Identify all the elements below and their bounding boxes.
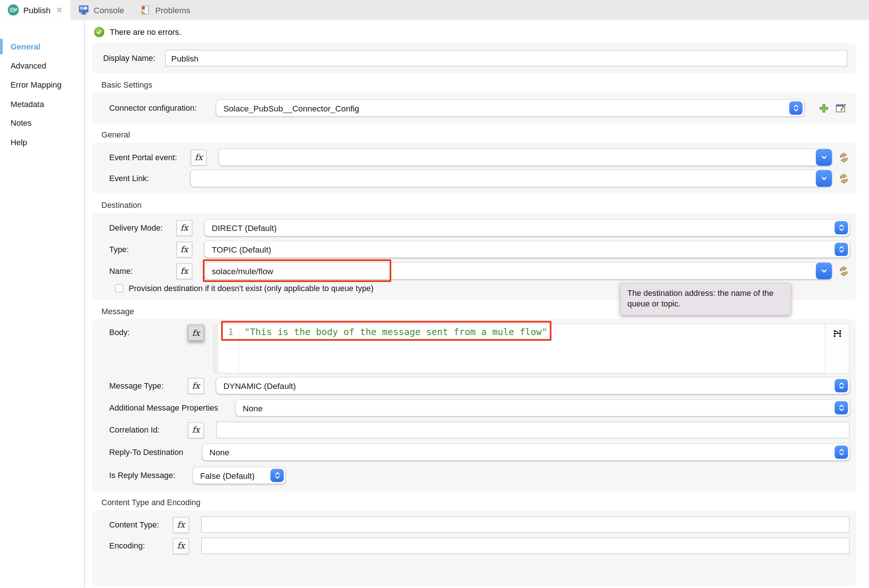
delivery-mode-label: Delivery Mode: bbox=[109, 223, 176, 232]
validation-status: There are no errors. bbox=[94, 27, 856, 37]
tab-console[interactable]: Console bbox=[70, 0, 132, 20]
fx-toggle-type[interactable]: fx bbox=[176, 241, 193, 257]
event-portal-event-label: Event Portal event: bbox=[109, 153, 191, 161]
encoding-input[interactable] bbox=[201, 538, 850, 554]
delivery-mode-select[interactable]: DIRECT (Default) bbox=[205, 219, 850, 236]
message-type-value: DYNAMIC (Default) bbox=[223, 381, 296, 390]
message-type-select[interactable]: DYNAMIC (Default) bbox=[216, 377, 850, 394]
sidebar-item-general[interactable]: General bbox=[0, 37, 85, 56]
content-type-panel: Content Type: fx Encoding: fx bbox=[92, 510, 856, 586]
event-link-combobox[interactable] bbox=[191, 170, 832, 187]
encoding-label: Encoding: bbox=[109, 541, 173, 550]
tab-problems[interactable]: Problems bbox=[132, 0, 198, 20]
stepper-icon[interactable] bbox=[835, 401, 848, 414]
tab-bar: Publish ✕ Console Problems bbox=[0, 0, 869, 20]
fx-toggle-name[interactable]: fx bbox=[176, 263, 193, 279]
tab-console-label: Console bbox=[93, 5, 124, 15]
chevron-down-icon[interactable] bbox=[816, 170, 832, 187]
tooltip: The destination address: the name of the… bbox=[620, 283, 791, 315]
editor-code-line[interactable]: "This is the body of the message sent fr… bbox=[239, 324, 825, 373]
section-general: General bbox=[102, 130, 857, 139]
correlation-id-label: Correlation Id: bbox=[109, 426, 188, 434]
edit-config-button[interactable] bbox=[836, 103, 847, 113]
stepper-icon[interactable] bbox=[789, 102, 802, 115]
is-reply-label: Is Reply Message: bbox=[109, 471, 193, 480]
section-destination: Destination bbox=[102, 200, 857, 209]
close-tab-icon[interactable]: ✕ bbox=[56, 6, 63, 14]
tab-problems-label: Problems bbox=[155, 5, 190, 15]
additional-properties-select[interactable]: None bbox=[236, 400, 850, 416]
fx-toggle-event-portal[interactable]: fx bbox=[191, 149, 207, 165]
no-errors-check-icon bbox=[94, 27, 104, 37]
tab-publish-label: Publish bbox=[23, 5, 50, 15]
additional-properties-value: None bbox=[243, 403, 262, 413]
sidebar-item-metadata[interactable]: Metadata bbox=[0, 95, 85, 114]
is-reply-select[interactable]: False (Default) bbox=[193, 467, 285, 484]
refresh-icon[interactable] bbox=[838, 152, 850, 163]
reply-to-select[interactable]: None bbox=[202, 444, 850, 461]
display-name-label: Display Name: bbox=[103, 54, 165, 63]
chevron-down-icon[interactable] bbox=[816, 149, 832, 166]
additional-properties-label: Additional Message Properties bbox=[109, 403, 236, 412]
chevron-down-icon[interactable] bbox=[816, 262, 832, 279]
refresh-icon[interactable] bbox=[838, 173, 850, 184]
delivery-mode-value: DIRECT (Default) bbox=[212, 223, 276, 233]
transform-shuffle-icon[interactable] bbox=[833, 329, 841, 338]
content-type-label: Content Type: bbox=[109, 520, 173, 529]
fx-toggle-message-type[interactable]: fx bbox=[188, 378, 204, 394]
editor-gutter bbox=[214, 324, 218, 373]
fx-toggle-delivery-mode[interactable]: fx bbox=[176, 219, 193, 236]
message-type-label: Message Type: bbox=[109, 381, 188, 390]
console-icon bbox=[78, 5, 89, 15]
fx-toggle-correlation-id[interactable]: fx bbox=[188, 422, 204, 438]
type-select[interactable]: TOPIC (Default) bbox=[205, 241, 850, 258]
reply-to-label: Reply-To Destination bbox=[109, 447, 202, 456]
sidebar-item-notes[interactable]: Notes bbox=[0, 114, 85, 133]
event-link-label: Event Link: bbox=[109, 174, 191, 183]
type-label: Type: bbox=[109, 245, 176, 254]
basic-settings-panel: Connector configuration: Solace_PubSub__… bbox=[92, 92, 856, 123]
is-reply-value: False (Default) bbox=[200, 471, 255, 480]
fx-toggle-body[interactable]: fx bbox=[188, 325, 204, 341]
general-panel: Event Portal event: fx Event Link: bbox=[92, 142, 856, 194]
message-panel: Body: fx 1 "This is the body of the mess… bbox=[92, 319, 856, 492]
destination-name-value: solace/mule/flow bbox=[212, 266, 273, 275]
sidebar-item-help[interactable]: Help bbox=[0, 133, 85, 152]
content-type-input[interactable] bbox=[201, 517, 850, 533]
body-code-editor[interactable]: 1 "This is the body of the message sent … bbox=[214, 324, 850, 373]
stepper-icon[interactable] bbox=[271, 469, 284, 482]
section-content-type-encoding: Content Type and Encoding bbox=[102, 498, 857, 507]
reply-to-value: None bbox=[209, 447, 229, 457]
app-window: Publish ✕ Console Problems General Advan… bbox=[0, 0, 869, 588]
refresh-icon[interactable] bbox=[838, 266, 850, 276]
correlation-id-input[interactable] bbox=[216, 422, 850, 438]
settings-nav: General Advanced Error Mapping Metadata … bbox=[0, 20, 85, 588]
stepper-icon[interactable] bbox=[835, 243, 848, 256]
display-name-input[interactable] bbox=[165, 50, 847, 67]
add-config-button[interactable] bbox=[819, 104, 829, 113]
destination-name-label: Name: bbox=[109, 267, 176, 275]
fx-toggle-encoding[interactable]: fx bbox=[173, 538, 189, 554]
provision-destination-label: Provision destination if it doesn't exis… bbox=[129, 284, 374, 293]
stepper-icon[interactable] bbox=[835, 221, 848, 234]
editor-line-number: 1 bbox=[218, 324, 239, 373]
connector-config-label: Connector configuration: bbox=[109, 104, 217, 113]
section-basic-settings: Basic Settings bbox=[102, 80, 857, 89]
connector-config-select[interactable]: Solace_PubSub__Connector_Config bbox=[216, 100, 804, 116]
stepper-icon[interactable] bbox=[835, 446, 848, 459]
type-value: TOPIC (Default) bbox=[212, 244, 271, 254]
stepper-icon[interactable] bbox=[835, 379, 848, 392]
fx-toggle-content-type[interactable]: fx bbox=[173, 517, 189, 533]
tab-publish[interactable]: Publish ✕ bbox=[0, 0, 70, 20]
event-portal-event-combobox[interactable] bbox=[219, 149, 832, 166]
editor-toolbar bbox=[825, 324, 849, 373]
display-name-panel: Display Name: bbox=[92, 43, 856, 74]
problems-icon bbox=[140, 4, 151, 15]
provision-destination-checkbox[interactable] bbox=[115, 284, 123, 293]
sidebar-item-advanced[interactable]: Advanced bbox=[0, 56, 85, 75]
body-label: Body: bbox=[109, 328, 188, 337]
connector-config-value: Solace_PubSub__Connector_Config bbox=[223, 104, 359, 113]
destination-name-combobox[interactable]: solace/mule/flow bbox=[205, 262, 832, 279]
sidebar-item-error-mapping[interactable]: Error Mapping bbox=[0, 76, 85, 95]
publish-connector-icon bbox=[8, 4, 19, 15]
